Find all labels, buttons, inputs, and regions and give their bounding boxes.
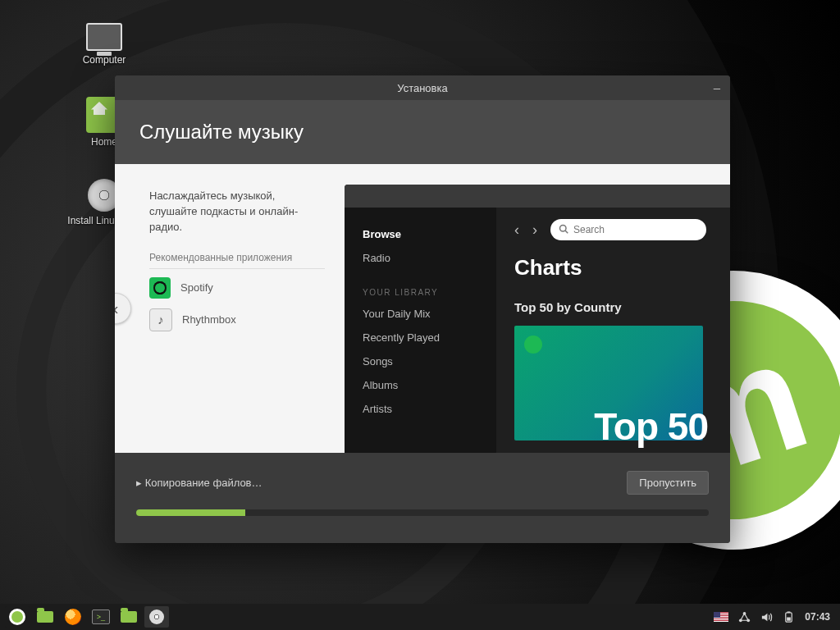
keyboard-layout-icon[interactable] bbox=[714, 612, 728, 622]
install-progress bbox=[136, 509, 709, 516]
svg-rect-6 bbox=[788, 611, 791, 612]
search-field: Search bbox=[550, 219, 706, 240]
svg-rect-7 bbox=[787, 617, 791, 620]
sidebar-item: Songs bbox=[363, 349, 496, 373]
charts-title: Charts bbox=[514, 255, 730, 281]
system-tray: 07:43 bbox=[714, 611, 835, 623]
taskbar: >_ 07:43 bbox=[0, 604, 840, 630]
window-title: Установка bbox=[397, 82, 447, 94]
sidebar-item-browse: Browse bbox=[363, 222, 496, 246]
window-titlebar[interactable]: Установка – bbox=[115, 75, 730, 100]
sidebar-item-radio: Radio bbox=[363, 246, 496, 270]
sidebar-item: Your Daily Mix bbox=[363, 302, 496, 326]
recommended-app-rhythmbox: ♪ Rhythmbox bbox=[149, 308, 325, 331]
svg-point-0 bbox=[560, 225, 567, 231]
spotify-main: ‹ › Search Charts Top 50 by Country bbox=[496, 208, 730, 453]
recommended-apps-label: Рекомендованные приложения bbox=[149, 252, 325, 269]
battery-icon[interactable] bbox=[783, 611, 795, 623]
spotify-screenshot: Browse Radio YOUR LIBRARY Your Daily Mix… bbox=[345, 185, 730, 453]
start-menu-button[interactable] bbox=[5, 606, 30, 628]
network-icon[interactable] bbox=[738, 611, 751, 623]
search-icon bbox=[559, 224, 568, 236]
install-status[interactable]: Копирование файлов… bbox=[136, 477, 262, 489]
rhythmbox-icon: ♪ bbox=[149, 308, 172, 331]
taskbar-terminal[interactable]: >_ bbox=[89, 606, 113, 628]
app-name: Spotify bbox=[180, 281, 213, 294]
installer-window: Установка – Слушайте музыку ‹ › Наслажда… bbox=[115, 75, 730, 543]
charts-section-title: Top 50 by Country bbox=[514, 300, 730, 314]
sidebar-item: Artists bbox=[363, 397, 496, 421]
installer-footer: Копирование файлов… Пропустить bbox=[115, 453, 730, 543]
sidebar-item: Albums bbox=[363, 373, 496, 397]
nav-forward-icon: › bbox=[532, 221, 537, 239]
taskbar-firefox[interactable] bbox=[61, 606, 85, 628]
slide-heading: Слушайте музыку bbox=[115, 100, 730, 164]
cover-text: Top 50 bbox=[594, 404, 708, 449]
volume-icon[interactable] bbox=[760, 611, 773, 623]
taskbar-files[interactable] bbox=[33, 606, 57, 628]
slide-intro: Наслаждайтесь музыкой, слушайте подкасты… bbox=[149, 189, 325, 235]
desktop-icon-computer[interactable]: Computer bbox=[67, 23, 141, 66]
desktop-icon-label: Computer bbox=[67, 54, 141, 66]
spotify-sidebar: Browse Radio YOUR LIBRARY Your Daily Mix… bbox=[345, 208, 496, 453]
slide-body: ‹ › Наслаждайтесь музыкой, слушайте подк… bbox=[115, 164, 730, 453]
taskbar-clock[interactable]: 07:43 bbox=[805, 611, 830, 623]
slide-heading-text: Слушайте музыку bbox=[139, 121, 304, 144]
app-name: Rhythmbox bbox=[182, 313, 236, 326]
slide-text-column: Наслаждайтесь музыкой, слушайте подкасты… bbox=[115, 164, 345, 453]
sidebar-library-header: YOUR LIBRARY bbox=[363, 288, 496, 297]
search-placeholder: Search bbox=[573, 224, 605, 235]
nav-back-icon: ‹ bbox=[514, 221, 519, 239]
install-progress-bar bbox=[136, 509, 245, 516]
taskbar-installer[interactable] bbox=[144, 606, 169, 628]
playlist-cover: Top 50 bbox=[514, 326, 703, 441]
skip-button[interactable]: Пропустить bbox=[627, 471, 709, 495]
sidebar-item: Recently Played bbox=[363, 326, 496, 349]
minimize-button[interactable]: – bbox=[714, 81, 720, 94]
recommended-app-spotify: Spotify bbox=[149, 277, 325, 299]
computer-icon bbox=[86, 23, 122, 51]
spotify-badge-icon bbox=[524, 336, 542, 354]
spotify-icon bbox=[149, 277, 171, 299]
taskbar-files-2[interactable] bbox=[116, 606, 141, 628]
svg-line-1 bbox=[565, 231, 568, 233]
